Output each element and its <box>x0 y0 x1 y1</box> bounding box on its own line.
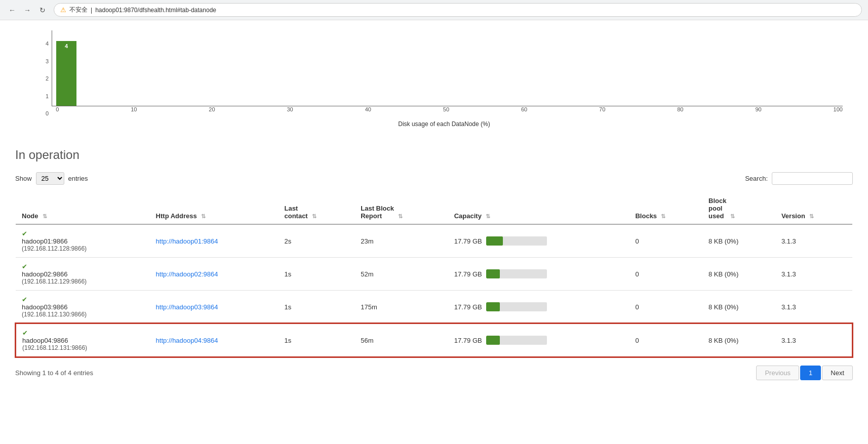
cell-block-pool: 8 KB (0%) <box>702 324 775 357</box>
capacity-container: 17.79 GB <box>454 236 623 246</box>
x-tick-20: 20 <box>209 106 215 112</box>
sort-version-icon[interactable]: ⇅ <box>809 213 814 220</box>
search-box: Search: <box>745 172 853 185</box>
node-ip: (192.168.112.131:9866) <box>22 344 144 351</box>
check-icon: ✔ <box>22 296 144 303</box>
capacity-text: 17.79 GB <box>454 237 482 245</box>
x-tick-30: 30 <box>287 106 293 112</box>
show-label: Show <box>15 175 32 182</box>
sort-block-pool-icon[interactable]: ⇅ <box>730 213 735 220</box>
cell-block-pool: 8 KB (0%) <box>702 291 775 324</box>
chart-area: 4 3 2 1 0 4 0 <box>15 25 853 133</box>
datanode-table: Node ⇅ Http Address ⇅ Lastcontact ⇅ <box>15 193 853 357</box>
cell-node: ✔hadoop02:9866 (192.168.112.129:9866) <box>16 258 150 291</box>
cell-last-block: 175m <box>354 291 448 324</box>
y-label-2: 2 <box>46 75 49 82</box>
col-node: Node ⇅ <box>16 193 150 224</box>
node-ip: (192.168.112.128:9866) <box>22 245 144 252</box>
sort-last-contact-icon[interactable]: ⇅ <box>312 213 317 220</box>
x-tick-90: 90 <box>755 106 761 112</box>
previous-button[interactable]: Previous <box>756 366 799 380</box>
cell-http: http://hadoop03:9864 <box>150 291 279 324</box>
y-label-3: 3 <box>46 58 49 64</box>
col-last-contact: Lastcontact ⇅ <box>278 193 354 224</box>
capacity-text: 17.79 GB <box>454 303 482 311</box>
chart-wrapper: 4 3 2 1 0 4 0 <box>46 30 843 128</box>
node-name-cell: ✔hadoop01:9866 (192.168.112.128:9866) <box>22 230 144 252</box>
cell-node: ✔hadoop03:9866 (192.168.112.130:9866) <box>16 291 150 324</box>
url-text: hadoop01:9870/dfshealth.html#tab-datanod… <box>95 7 216 14</box>
y-label-4: 4 <box>46 41 49 47</box>
show-entries-control: Show 10 25 50 100 entries <box>15 172 88 185</box>
cell-http: http://hadoop02:9864 <box>150 258 279 291</box>
node-name-cell: ✔hadoop04:9866 (192.168.112.131:9866) <box>22 329 144 351</box>
search-input[interactable] <box>772 172 853 185</box>
entries-select[interactable]: 10 25 50 100 <box>36 172 64 185</box>
forward-button[interactable]: → <box>21 4 33 16</box>
x-tick-40: 40 <box>365 106 371 112</box>
table-header-row: Node ⇅ Http Address ⇅ Lastcontact ⇅ <box>16 193 852 224</box>
reload-button[interactable]: ↻ <box>36 4 49 16</box>
node-hostname: hadoop04:9866 <box>22 337 144 344</box>
cell-last-block: 23m <box>354 224 448 258</box>
bar-chart: 4 <box>52 30 843 106</box>
cell-block-pool: 8 KB (0%) <box>702 224 775 258</box>
cell-version: 3.1.3 <box>775 224 852 258</box>
y-label-0: 0 <box>46 110 49 116</box>
cell-http: http://hadoop04:9864 <box>150 324 279 357</box>
capacity-bar-wrapper <box>486 269 547 278</box>
chart-x-axis-label: Disk usage of each DataNode (%) <box>46 120 843 128</box>
col-blocks-label: Blocks <box>635 212 657 220</box>
pagination-buttons: Previous 1 Next <box>756 366 853 380</box>
http-link[interactable]: http://hadoop03:9864 <box>156 303 218 311</box>
http-link[interactable]: http://hadoop02:9864 <box>156 270 218 278</box>
cell-last-contact: 1s <box>278 291 354 324</box>
col-last-contact-label: Lastcontact <box>284 205 307 220</box>
next-button[interactable]: Next <box>822 366 853 380</box>
section-heading: In operation <box>15 148 853 162</box>
col-blocks: Blocks ⇅ <box>629 193 702 224</box>
col-block-pool-label: Blockpoolused <box>708 197 726 220</box>
capacity-container: 17.79 GB <box>454 269 623 278</box>
capacity-text: 17.79 GB <box>454 337 482 344</box>
sort-blocks-icon[interactable]: ⇅ <box>661 213 665 220</box>
http-link[interactable]: http://hadoop01:9864 <box>156 237 218 245</box>
capacity-text: 17.79 GB <box>454 270 482 278</box>
x-tick-60: 60 <box>521 106 527 112</box>
sort-http-icon[interactable]: ⇅ <box>201 213 206 220</box>
http-link[interactable]: http://hadoop04:9864 <box>156 337 218 344</box>
x-tick-80: 80 <box>677 106 683 112</box>
node-hostname: hadoop01:9866 <box>22 237 144 245</box>
warning-icon: ⚠ <box>60 6 66 14</box>
cell-capacity: 17.79 GB <box>448 224 629 258</box>
cell-version: 3.1.3 <box>775 324 852 357</box>
cell-blocks: 0 <box>629 291 702 324</box>
col-block-pool: Blockpoolused ⇅ <box>702 193 775 224</box>
page-1-button[interactable]: 1 <box>800 366 821 380</box>
address-bar[interactable]: ⚠ 不安全 | hadoop01:9870/dfshealth.html#tab… <box>54 3 862 17</box>
entries-label: entries <box>68 175 88 182</box>
cell-last-contact: 1s <box>278 258 354 291</box>
cell-capacity: 17.79 GB <box>448 324 629 357</box>
sort-last-block-icon[interactable]: ⇅ <box>398 213 403 220</box>
cell-node: ✔hadoop01:9866 (192.168.112.128:9866) <box>16 224 150 258</box>
cell-capacity: 17.79 GB <box>448 291 629 324</box>
col-node-label: Node <box>22 212 38 220</box>
col-capacity: Capacity ⇅ <box>448 193 629 224</box>
capacity-bar-fill <box>486 269 500 278</box>
warning-text: 不安全 <box>69 6 88 14</box>
sort-capacity-icon[interactable]: ⇅ <box>486 213 490 220</box>
node-ip: (192.168.112.130:9866) <box>22 311 144 318</box>
table-row: ✔hadoop02:9866 (192.168.112.129:9866) ht… <box>16 258 852 291</box>
pagination-area: Showing 1 to 4 of 4 entries Previous 1 N… <box>15 366 853 380</box>
x-tick-70: 70 <box>599 106 605 112</box>
cell-blocks: 0 <box>629 324 702 357</box>
browser-bar: ← → ↻ ⚠ 不安全 | hadoop01:9870/dfshealth.ht… <box>0 0 868 20</box>
chart-bar-1: 4 <box>56 41 76 106</box>
x-tick-50: 50 <box>443 106 449 112</box>
page-content: 4 3 2 1 0 4 0 <box>0 20 868 400</box>
node-name-cell: ✔hadoop03:9866 (192.168.112.130:9866) <box>22 296 144 318</box>
back-button[interactable]: ← <box>6 4 18 16</box>
node-hostname: hadoop03:9866 <box>22 303 144 311</box>
sort-node-icon[interactable]: ⇅ <box>43 213 47 220</box>
